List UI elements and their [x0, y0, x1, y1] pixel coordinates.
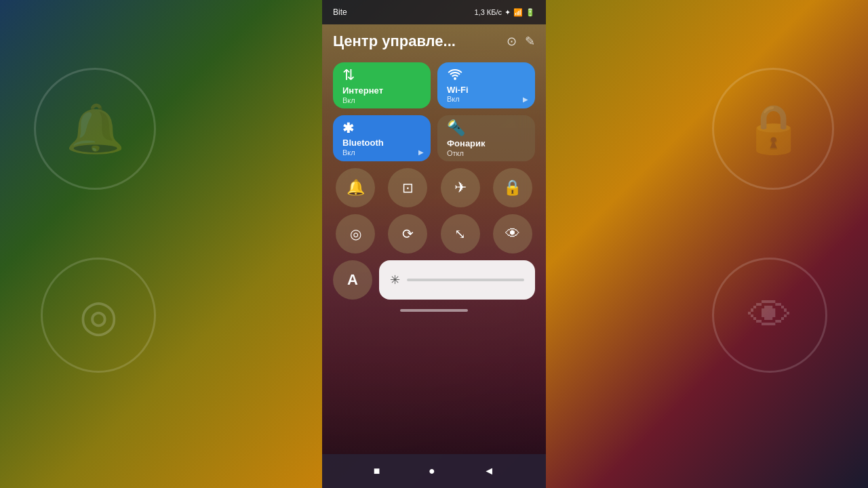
rotate-lock-icon: ⟳ — [402, 226, 414, 242]
internet-label: Интернет — [342, 85, 383, 96]
phone-frame: Bite 1,3 КБ/с ✦ 📶 🔋 Центр управле... ⊙ ✎… — [322, 0, 546, 488]
eye-button[interactable]: 👁 — [493, 214, 532, 253]
bluetooth-arrow-icon: ▶ — [418, 148, 424, 156]
wifi-arrow-icon: ▶ — [523, 96, 528, 103]
navbar: ■ ● ◄ — [322, 454, 546, 488]
brightness-slider[interactable]: ✳ — [379, 260, 535, 300]
settings-icon[interactable]: ⊙ — [507, 34, 517, 49]
toggles-row-1: ⇅ Интернет Вкл Wi-Fi Вкл ▶ — [333, 62, 535, 108]
bluetooth-toggle[interactable]: ✱ Bluetooth Вкл ▶ — [333, 115, 431, 161]
lock-icon: 🔒 — [503, 179, 521, 197]
bluetooth-icon: ✱ — [342, 120, 354, 136]
wifi-label: Wi-Fi — [447, 85, 469, 96]
brightness-row: A ✳ — [333, 260, 535, 300]
rotate-lock-button[interactable]: ⟳ — [388, 214, 427, 253]
lock-rotation-button[interactable]: 🔒 — [493, 168, 532, 207]
fullscreen-button[interactable]: ⤡ — [441, 214, 480, 253]
status-right-icons: 1,3 КБ/с ✦ 📶 🔋 — [474, 8, 535, 17]
toggles-row-2: ✱ Bluetooth Вкл ▶ 🔦 Фонарик Откл — [333, 115, 535, 161]
internet-icon: ⇅ — [342, 66, 355, 84]
recents-button[interactable]: ■ — [374, 465, 380, 477]
internet-toggle[interactable]: ⇅ Интернет Вкл — [333, 62, 431, 108]
brightness-track — [407, 279, 524, 281]
signal-icon: 📶 — [513, 8, 523, 17]
cc-title: Центр управле... — [333, 33, 456, 50]
flashlight-toggle[interactable]: 🔦 Фонарик Откл — [437, 115, 535, 161]
flashlight-icon: 🔦 — [447, 119, 465, 137]
bell-button[interactable]: 🔔 — [336, 168, 375, 207]
speed-label: 1,3 КБ/с — [474, 8, 502, 16]
cc-header-icons: ⊙ ✎ — [507, 34, 535, 49]
bell-icon: 🔔 — [347, 179, 365, 197]
internet-status: Вкл — [342, 96, 355, 104]
location-icon: ◎ — [350, 226, 361, 242]
icon-row-1: 🔔 ⊡ ✈ 🔒 — [333, 168, 535, 207]
bluetooth-status-icon: ✦ — [505, 8, 511, 17]
brightness-icon: ✳ — [390, 272, 400, 287]
carrier-label: Bite — [333, 7, 347, 17]
wifi-icon — [447, 68, 463, 83]
flashlight-label: Фонарик — [447, 138, 486, 149]
bluetooth-label: Bluetooth — [342, 138, 384, 148]
back-button[interactable]: ◄ — [484, 465, 494, 477]
home-button[interactable]: ● — [429, 465, 435, 477]
screenshot-button[interactable]: ⊡ — [388, 168, 427, 207]
eye-icon: 👁 — [505, 225, 520, 243]
wifi-status: Вкл — [447, 95, 460, 103]
airplane-icon: ✈ — [454, 179, 467, 197]
battery-icon: 🔋 — [526, 8, 535, 17]
edit-icon[interactable]: ✎ — [525, 34, 535, 49]
bluetooth-status: Вкл — [342, 148, 355, 157]
flashlight-status: Откл — [447, 149, 464, 157]
icon-row-2: ◎ ⟳ ⤡ 👁 — [333, 214, 535, 253]
location-button[interactable]: ◎ — [336, 214, 375, 253]
airplane-button[interactable]: ✈ — [441, 168, 480, 207]
font-size-button[interactable]: A — [333, 260, 372, 300]
status-bar: Bite 1,3 КБ/с ✦ 📶 🔋 — [322, 0, 546, 24]
cc-header: Центр управле... ⊙ ✎ — [333, 30, 535, 56]
control-center-panel: Центр управле... ⊙ ✎ ⇅ Интернет Вкл Wi-F… — [322, 24, 546, 454]
home-bar-indicator — [400, 309, 468, 312]
fullscreen-icon: ⤡ — [454, 226, 466, 242]
screenshot-icon: ⊡ — [402, 180, 414, 196]
wifi-toggle[interactable]: Wi-Fi Вкл ▶ — [437, 62, 535, 108]
font-label: A — [347, 271, 358, 289]
